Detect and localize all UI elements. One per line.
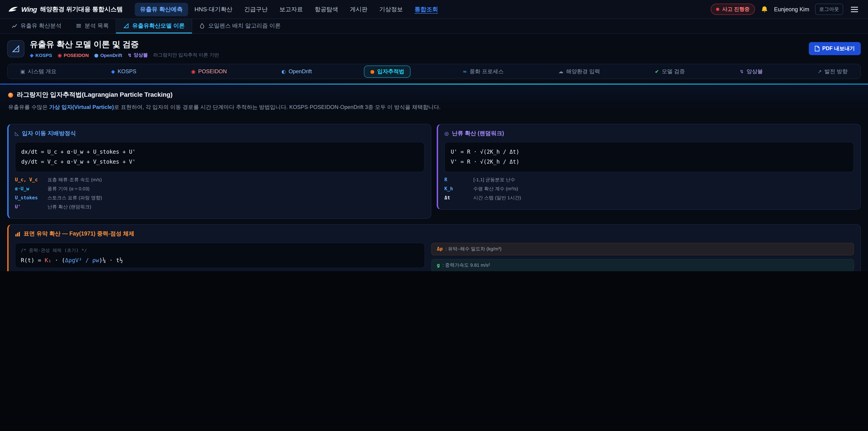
param-density-diff: Δρ: 유막–해수 밀도차 (kg/m³) bbox=[432, 243, 854, 255]
fay-formulas: /* 중력-관성 체제 (초기) */ R(t) = K₁ · (ΔρgV² /… bbox=[15, 243, 425, 304]
fay-gravity-inertia-block: /* 중력-관성 체제 (초기) */ R(t) = K₁ · (ΔρgV² /… bbox=[15, 243, 425, 268]
app-logo: Wing 해양환경 위기대응 통합시스템 bbox=[8, 5, 123, 13]
incident-status-badge[interactable]: 사고 진행중 bbox=[711, 4, 755, 15]
secnav-validation[interactable]: ✔모델 검증 bbox=[652, 66, 688, 77]
document-icon bbox=[815, 45, 819, 52]
lagrangian-section: 라그랑지안 입자추적법(Lagrangian Particle Tracking… bbox=[0, 85, 868, 118]
user-name: Eunjeong Kim bbox=[774, 6, 809, 12]
card-fay-spreading: 표면 유막 확산 — Fay(1971) 중력-점성 체제 /* 중력-관성 체… bbox=[7, 224, 861, 310]
param-viscosity: νw: 해수 동점성계수 (m²/s) bbox=[432, 291, 854, 304]
list-icon bbox=[76, 23, 81, 29]
param-volume: V: 유출 체적 (m³) bbox=[432, 275, 854, 288]
secnav-weathering[interactable]: ≈풍화 프로세스 bbox=[460, 66, 506, 77]
secnav-poseidon[interactable]: ◉POSEIDON bbox=[188, 66, 229, 76]
section-description: 유출유를 수많은 가상 입자(Virtual Particle)로 표현하여, … bbox=[8, 103, 860, 112]
badge-kosps: ◆KOSPS bbox=[30, 53, 52, 58]
legend-row: R[-1,1] 균등분포 난수 bbox=[444, 177, 854, 183]
legend-row: K_h수평 확산 계수 (m²/s) bbox=[444, 186, 854, 192]
tab-model-theory[interactable]: 유출유확산모델 이론 bbox=[116, 19, 192, 33]
model-ruler-icon bbox=[12, 44, 20, 53]
equation-cards-row: ◺ 입자 이동 지배방정식 dx/dt = U_c + α·U_w + U_st… bbox=[7, 124, 861, 219]
nav-item-aerial-search[interactable]: 항공탐색 bbox=[309, 2, 344, 16]
tab-oilfence-theory[interactable]: 오일펜스 배치 알고리즘 이론 bbox=[192, 19, 288, 33]
diamond-icon: ◆ bbox=[111, 69, 115, 74]
bar-chart-icon bbox=[15, 231, 20, 237]
card-governing-equation: ◺ 입자 이동 지배방정식 dx/dt = U_c + α·U_w + U_st… bbox=[7, 124, 431, 219]
ruler-icon bbox=[124, 23, 129, 29]
bolt-icon: ↯ bbox=[740, 69, 744, 74]
governing-legend: U_c, V_c표층 해류·조류 속도 (m/s) α·U_w풍류 기여 (α … bbox=[15, 177, 425, 210]
bolt-icon: ↯ bbox=[128, 53, 132, 58]
particle-icon bbox=[8, 92, 13, 97]
card-random-walk: ◎ 난류 확산 (랜덤워크) U' = R · √(2K_h / Δt) V' … bbox=[437, 124, 861, 210]
page-icon-box bbox=[7, 40, 24, 57]
nav-item-hns-atmospheric[interactable]: HNS·대기확산 bbox=[189, 2, 238, 16]
page-subtitle: 라그랑지안 입자추적 이론 기반 bbox=[153, 52, 219, 58]
incident-label: 사고 진행중 bbox=[722, 6, 749, 13]
ruler-icon: ◺ bbox=[15, 131, 19, 136]
notification-bell-icon[interactable] bbox=[761, 6, 768, 13]
app-viewport: Wing 해양환경 위기대응 통합시스템 유출유 확산예측 HNS·대기확산 긴… bbox=[0, 0, 868, 431]
badge-opendrift: ●OpenDrift bbox=[94, 53, 122, 58]
wave-icon: ≈ bbox=[463, 69, 467, 74]
check-icon: ✔ bbox=[655, 69, 659, 74]
nav-item-oil-spill-prediction[interactable]: 유출유 확산예측 bbox=[134, 2, 188, 16]
sub-tabbar: 유출유 확산분석 분석 목록 유출유확산모델 이론 오일펜스 배치 알고리즘 이… bbox=[0, 19, 868, 34]
card-governing-title: ◺ 입자 이동 지배방정식 bbox=[15, 129, 425, 137]
page-header: 유출유 확산 모델 이론 및 검증 ◆KOSPS ◉POSEIDON ●Open… bbox=[0, 34, 868, 63]
target-icon: ◉ bbox=[57, 53, 62, 58]
particle-icon: ● bbox=[370, 69, 375, 74]
nav-item-weather-info[interactable]: 기상정보 bbox=[374, 2, 408, 16]
diamond-icon: ◆ bbox=[30, 53, 34, 58]
logout-button[interactable]: 로그아웃 bbox=[815, 4, 843, 15]
tab-spill-analysis[interactable]: 유출유 확산분석 bbox=[4, 19, 69, 33]
swirl-icon: ◐ bbox=[281, 69, 286, 74]
card-fay-title: 표면 유막 확산 — Fay(1971) 중력-점성 체제 bbox=[15, 230, 854, 238]
random-walk-legend: R[-1,1] 균등분포 난수 K_h수평 확산 계수 (m²/s) Δt시간 … bbox=[444, 177, 854, 201]
page-header-text: 유출유 확산 모델 이론 및 검증 ◆KOSPS ◉POSEIDON ●Open… bbox=[30, 39, 219, 58]
secnav-system-overview[interactable]: ▣시스템 개요 bbox=[18, 66, 59, 77]
card-random-walk-title: ◎ 난류 확산 (랜덤워크) bbox=[444, 129, 854, 137]
fay-grid: /* 중력-관성 체제 (초기) */ R(t) = K₁ · (ΔρgV² /… bbox=[15, 243, 854, 304]
swirl-icon: ◎ bbox=[444, 131, 449, 136]
logo-text: Wing bbox=[21, 5, 37, 13]
model-badges-row: ◆KOSPS ◉POSEIDON ●OpenDrift ↯앙상블 라그랑지안 입… bbox=[30, 52, 219, 58]
chart-line-icon bbox=[12, 23, 17, 29]
monitor-icon: ▣ bbox=[20, 69, 25, 74]
incident-dot-icon bbox=[716, 8, 719, 11]
fay-gravity-viscous-block: /* 중력-점성 체제 (후기) */ R(t) = K₂ · (ΔρgV² /… bbox=[15, 273, 425, 298]
fay-formula-2: R(t) = K₂ · (ΔρgV² / νw)⅙ · t¼ bbox=[21, 286, 419, 294]
rocket-icon: ↗ bbox=[817, 69, 822, 74]
nav-item-board[interactable]: 게시판 bbox=[344, 2, 373, 16]
legend-row: α·U_w풍류 기여 (α ≈ 0.03) bbox=[15, 186, 425, 192]
app-title: 해양환경 위기대응 통합시스템 bbox=[40, 5, 123, 13]
menu-hamburger-icon[interactable] bbox=[849, 5, 860, 14]
param-gravity: g: 중력가속도 9.81 m/s² bbox=[432, 259, 854, 272]
tab-analysis-list[interactable]: 분석 목록 bbox=[69, 19, 116, 33]
nav-item-reports[interactable]: 보고자료 bbox=[274, 2, 308, 16]
legend-row: U_stokes스토크스 표류 (파랑 영향) bbox=[15, 195, 425, 201]
legend-row: U'난류 확산 (랜덤워크) bbox=[15, 204, 425, 210]
fay-formula-1: R(t) = K₁ · (ΔρgV² / ρw)¼ · t½ bbox=[21, 257, 419, 264]
secnav-kosps[interactable]: ◆KOSPS bbox=[108, 66, 139, 76]
target-icon: ◉ bbox=[191, 69, 195, 74]
globe-icon: ● bbox=[94, 53, 98, 58]
secnav-opendrift[interactable]: ◐OpenDrift bbox=[279, 66, 314, 76]
virtual-particle-highlight: 가상 입자(Virtual Particle) bbox=[49, 104, 114, 110]
cloud-icon: ☁ bbox=[558, 69, 563, 74]
navbar-right: 사고 진행중 Eunjeong Kim 로그아웃 bbox=[711, 4, 860, 15]
wing-logo-icon bbox=[8, 6, 18, 13]
nav-item-integrated-search[interactable]: 통합조회 bbox=[409, 2, 443, 16]
secnav-ocean-input[interactable]: ☁해양환경 입력 bbox=[556, 66, 603, 77]
top-navbar: Wing 해양환경 위기대응 통합시스템 유출유 확산예측 HNS·대기확산 긴… bbox=[0, 0, 868, 19]
page-title: 유출유 확산 모델 이론 및 검증 bbox=[30, 39, 219, 50]
secnav-roadmap[interactable]: ↗발전 방향 bbox=[815, 66, 850, 77]
badge-poseidon: ◉POSEIDON bbox=[57, 53, 89, 58]
secnav-particle-tracking[interactable]: ●입자추적법 bbox=[364, 65, 411, 78]
governing-equation-code: dx/dt = U_c + α·U_w + U_stokes + U' dy/d… bbox=[15, 142, 425, 172]
droplet-icon bbox=[199, 23, 205, 29]
section-title: 라그랑지안 입자추적법(Lagrangian Particle Tracking… bbox=[8, 91, 860, 99]
pdf-export-button[interactable]: PDF 내보내기 bbox=[809, 42, 861, 55]
nav-item-emergency-rescue[interactable]: 긴급구난 bbox=[239, 2, 273, 16]
secnav-ensemble[interactable]: ↯앙상블 bbox=[737, 66, 765, 77]
